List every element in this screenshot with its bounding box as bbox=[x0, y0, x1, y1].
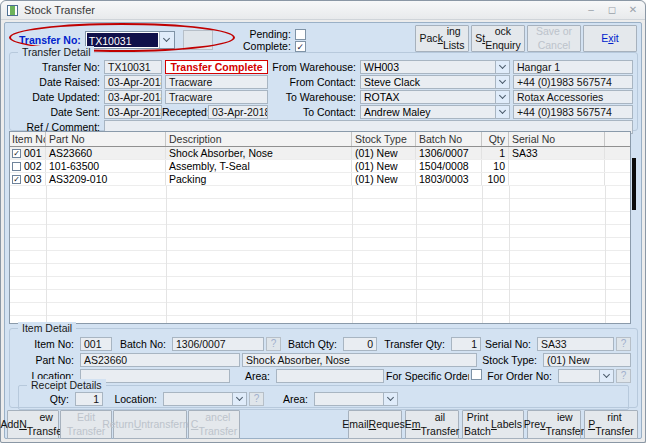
screenshot-artifact-bar bbox=[632, 158, 636, 210]
for-specific-order-checkbox[interactable] bbox=[471, 369, 482, 380]
transfer-qty-label: Transfer Qty: bbox=[379, 337, 449, 351]
preview-transfer-button[interactable]: PreviewTransfer bbox=[527, 410, 581, 439]
transfer-qty-field[interactable]: 1 bbox=[451, 337, 481, 351]
to-warehouse-value[interactable]: ROTAX bbox=[361, 91, 495, 103]
save-or-cancel-button: Save orCancel bbox=[527, 25, 581, 52]
cell-description: Assembly, T-Seal bbox=[166, 160, 352, 172]
stock-enquiry-button[interactable]: StockEnquiry bbox=[471, 25, 525, 52]
from-contact-value[interactable]: Steve Clack bbox=[361, 76, 495, 88]
receipt-area-combobox[interactable] bbox=[314, 392, 398, 406]
to-contact-value[interactable]: Andrew Maley bbox=[361, 106, 495, 118]
print-batch-labels-button[interactable]: PrintBatch Labels bbox=[462, 410, 524, 439]
table-row[interactable]: ✓001 AS23660 Shock Absorber, Nose (01) N… bbox=[10, 147, 630, 160]
col-item-no[interactable]: Item No bbox=[10, 132, 46, 146]
col-part-no[interactable]: Part No bbox=[46, 132, 166, 146]
for-order-no-label: For Order No: bbox=[484, 369, 556, 383]
col-serial-no[interactable]: Serial No bbox=[509, 132, 605, 146]
to-warehouse-label: To Warehouse: bbox=[270, 90, 360, 104]
serial-no-lookup-button[interactable]: ? bbox=[616, 337, 631, 351]
chevron-down-icon[interactable] bbox=[495, 61, 509, 73]
batch-no-field[interactable]: 1306/0007 bbox=[172, 337, 264, 351]
receipt-location-value[interactable] bbox=[164, 393, 232, 405]
complete-label: Complete: bbox=[239, 40, 295, 52]
batch-no-label: Batch No: bbox=[114, 337, 170, 351]
table-row[interactable]: ✓003 AS3209-010 Packing (01) New 1803/00… bbox=[10, 173, 630, 186]
date-sent-label: Date Sent: bbox=[16, 105, 104, 119]
transfer-no-value[interactable]: TX10031 bbox=[87, 33, 158, 47]
col-qty[interactable]: Qty bbox=[482, 132, 509, 146]
receipt-location-lookup-button: ? bbox=[249, 392, 264, 406]
titlebar: Stock Transfer – ◻ ✕ bbox=[1, 1, 645, 20]
chevron-down-icon[interactable] bbox=[383, 393, 397, 405]
area-field[interactable] bbox=[276, 369, 384, 383]
exit-button[interactable]: Exit bbox=[583, 25, 637, 52]
for-specific-order-label: For Specific Order: bbox=[386, 369, 469, 383]
stock-type-label: Stock Type: bbox=[479, 353, 541, 367]
batch-qty-label: Batch Qty: bbox=[283, 337, 341, 351]
item-no-field: 001 bbox=[80, 337, 112, 351]
transfer-detail-group: Transfer Detail Transfer No: TX10031 Tra… bbox=[9, 52, 638, 131]
chevron-down-icon[interactable] bbox=[495, 106, 509, 118]
part-description-field: Shock Absorber, Nose bbox=[242, 353, 477, 367]
row-checkbox[interactable] bbox=[12, 162, 21, 171]
batch-no-lookup-button[interactable]: ? bbox=[266, 337, 281, 351]
email-request-button[interactable]: EmailRequest bbox=[348, 410, 402, 439]
cell-serial-no bbox=[509, 160, 605, 172]
cell-serial-no bbox=[509, 173, 605, 185]
chevron-down-icon[interactable] bbox=[599, 370, 613, 382]
receipted-label: Recepted: bbox=[162, 105, 208, 119]
add-new-transfer-button[interactable]: Add NewTransfer bbox=[7, 410, 59, 439]
receipt-qty-label: Qty: bbox=[23, 392, 73, 407]
receipt-location-label: Location: bbox=[105, 392, 161, 407]
receipt-location-combobox[interactable] bbox=[163, 392, 247, 406]
app-icon bbox=[7, 5, 18, 16]
cell-batch-no: 1504/0008 bbox=[416, 160, 482, 172]
for-order-no-value[interactable] bbox=[559, 370, 599, 382]
chevron-down-icon[interactable] bbox=[495, 76, 509, 88]
date-updated-label: Date Updated: bbox=[16, 90, 104, 104]
from-warehouse-label: From Warehouse: bbox=[270, 60, 360, 74]
from-warehouse-detail-field: Hangar 1 bbox=[513, 60, 633, 74]
transfer-status-badge: Transfer Complete bbox=[165, 60, 268, 74]
transfer-no-lookup-button[interactable] bbox=[183, 30, 213, 50]
cell-part-no: AS23660 bbox=[46, 147, 166, 159]
from-warehouse-combobox[interactable]: WH003 bbox=[360, 60, 510, 74]
complete-checkbox[interactable]: ✓ bbox=[295, 41, 306, 52]
pending-checkbox[interactable] bbox=[295, 29, 306, 40]
for-order-no-combobox[interactable] bbox=[558, 369, 614, 383]
cell-qty: 100 bbox=[482, 173, 509, 185]
from-warehouse-value[interactable]: WH003 bbox=[361, 61, 495, 73]
transfer-no-combobox[interactable]: TX10031 bbox=[85, 31, 175, 49]
serial-no-field[interactable]: SA33 bbox=[537, 337, 614, 351]
item-detail-group: Item Detail Item No: 001 Batch No: 1306/… bbox=[9, 328, 638, 408]
window-title: Stock Transfer bbox=[24, 4, 95, 16]
to-contact-combobox[interactable]: Andrew Maley bbox=[360, 105, 510, 119]
maximize-icon[interactable]: ◻ bbox=[606, 4, 618, 16]
cell-part-no: AS3209-010 bbox=[46, 173, 166, 185]
chevron-down-icon[interactable] bbox=[495, 91, 509, 103]
col-stock-type[interactable]: Stock Type bbox=[352, 132, 416, 146]
table-row[interactable]: 002 101-63500 Assembly, T-Seal (01) New … bbox=[10, 160, 630, 173]
receipt-area-value[interactable] bbox=[315, 393, 383, 405]
col-description[interactable]: Description bbox=[166, 132, 352, 146]
col-batch-no[interactable]: Batch No bbox=[416, 132, 482, 146]
packing-lists-button[interactable]: PackingLists bbox=[415, 25, 469, 52]
cell-batch-no: 1306/0007 bbox=[416, 147, 482, 159]
part-no-field: AS23660 bbox=[80, 353, 240, 367]
email-transfer-button[interactable]: EmailTransfer bbox=[405, 410, 459, 439]
date-sent-field: 03-Apr-2018 bbox=[104, 105, 162, 119]
chevron-down-icon[interactable] bbox=[159, 32, 174, 48]
row-checkbox[interactable]: ✓ bbox=[12, 149, 21, 158]
to-warehouse-combobox[interactable]: ROTAX bbox=[360, 90, 510, 104]
from-contact-combobox[interactable]: Steve Clack bbox=[360, 75, 510, 89]
cell-part-no: 101-63500 bbox=[46, 160, 166, 172]
receipt-qty-field[interactable]: 1 bbox=[75, 392, 103, 406]
minimize-icon[interactable]: – bbox=[585, 4, 597, 16]
chevron-down-icon[interactable] bbox=[232, 393, 246, 405]
serial-no-label: Serial No: bbox=[483, 337, 535, 351]
table-header-row: Item No Part No Description Stock Type B… bbox=[10, 132, 630, 147]
row-checkbox[interactable]: ✓ bbox=[12, 175, 21, 184]
stock-type-field: (01) New bbox=[543, 353, 631, 367]
close-icon[interactable]: ✕ bbox=[627, 4, 639, 16]
print-transfer-button[interactable]: PrintTransfer bbox=[584, 410, 638, 439]
